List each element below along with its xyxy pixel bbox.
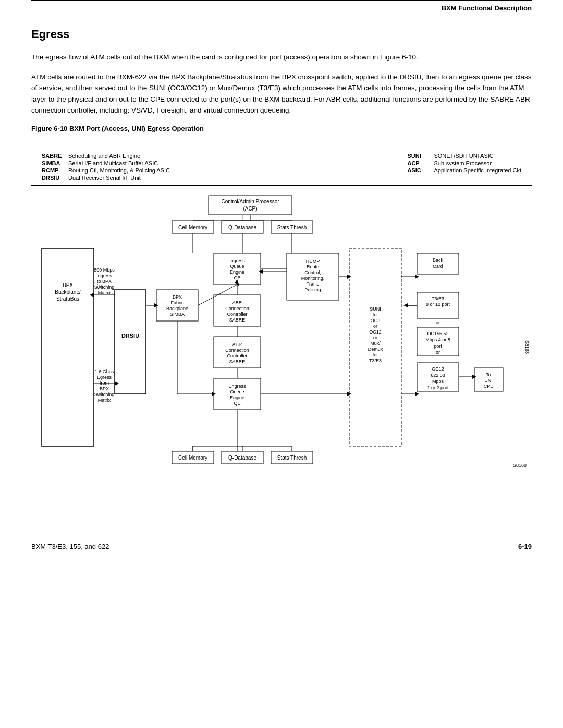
svg-rect-16 xyxy=(42,248,94,446)
svg-text:Policing: Policing xyxy=(304,287,321,292)
svg-marker-101 xyxy=(415,392,419,396)
svg-text:OC12: OC12 xyxy=(432,366,444,372)
svg-text:Mbps 4 or 8: Mbps 4 or 8 xyxy=(425,337,450,342)
svg-text:Controller: Controller xyxy=(227,353,247,359)
svg-text:RCMP: RCMP xyxy=(306,258,320,264)
legend-key: RCMP xyxy=(42,167,65,174)
svg-text:8 or 12 port: 8 or 12 port xyxy=(426,302,450,307)
svg-text:OC3: OC3 xyxy=(371,318,381,323)
svg-text:Queue: Queue xyxy=(230,264,244,269)
svg-text:or: or xyxy=(373,324,377,329)
svg-text:Controller: Controller xyxy=(227,312,247,317)
header: BXM Functional Description xyxy=(31,0,532,12)
legend-row: RCMP Routing Ctl, Monitoring, & Policing… xyxy=(42,167,170,174)
svg-text:for: for xyxy=(373,312,378,317)
svg-text:Fabric: Fabric xyxy=(170,300,184,305)
svg-text:Mux/: Mux/ xyxy=(370,341,381,346)
svg-text:CPE: CPE xyxy=(484,384,494,389)
svg-text:Ingress: Ingress xyxy=(96,273,112,278)
svg-marker-37 xyxy=(115,381,119,386)
para1: The egress flow of ATM cells out of the … xyxy=(31,52,532,63)
legend-val: Scheduling and ABR Engine xyxy=(68,153,140,159)
svg-text:T3/E3: T3/E3 xyxy=(432,296,444,301)
svg-text:from: from xyxy=(100,380,109,386)
svg-text:Stats Thresh: Stats Thresh xyxy=(277,225,307,230)
header-title: BXM Functional Description xyxy=(442,4,532,12)
svg-rect-20 xyxy=(115,290,146,394)
svg-text:Switching: Switching xyxy=(94,285,115,290)
svg-text:BPX: BPX xyxy=(63,282,73,288)
svg-text:ABR: ABR xyxy=(232,342,242,347)
diagram-container: SABRE Scheduling and ABR Engine SIMBA Se… xyxy=(31,143,532,522)
svg-text:Switching: Switching xyxy=(94,392,115,397)
svg-text:SIMBA: SIMBA xyxy=(170,312,185,317)
svg-text:DRSIU: DRSIU xyxy=(121,332,139,339)
svg-text:Connection: Connection xyxy=(225,348,249,353)
svg-text:Backplane/: Backplane/ xyxy=(55,289,81,295)
svg-text:Q-Database: Q-Database xyxy=(228,225,256,230)
svg-text:Backplane: Backplane xyxy=(166,306,188,311)
legend-row: SUNI SONET/SDH UNI ASIC xyxy=(407,153,521,159)
figure-caption: Figure 6-10 BXM Port (Access, UNI) Egres… xyxy=(31,125,532,132)
block-diagram: Control/Admin Processor (ACP) Cell Memor… xyxy=(31,191,532,514)
svg-text:Control/Admin Processor: Control/Admin Processor xyxy=(221,199,279,204)
footer-left: BXM T3/E3, 155, and 622 xyxy=(31,542,109,550)
svg-text:UNI: UNI xyxy=(484,378,493,383)
footer-right: 6-19 xyxy=(518,542,532,550)
svg-text:Control,: Control, xyxy=(304,270,321,275)
svg-text:to BPX: to BPX xyxy=(97,279,112,284)
svg-text:T3/E3: T3/E3 xyxy=(369,358,382,363)
svg-text:OC155.52: OC155.52 xyxy=(427,331,448,336)
legend-val: Dual Receiver Serial I/F Unit xyxy=(68,175,141,181)
svg-text:622.08: 622.08 xyxy=(431,373,445,378)
legend-col2: SUNI SONET/SDH UNI ASIC ACP Sub-system P… xyxy=(407,153,521,181)
section-title: Egress xyxy=(31,28,532,41)
svg-text:Monitoring,: Monitoring, xyxy=(301,276,325,281)
svg-text:Demux: Demux xyxy=(368,347,383,352)
svg-text:Route: Route xyxy=(307,264,319,269)
svg-text:S8168: S8168 xyxy=(513,463,527,468)
svg-text:Cell Memory: Cell Memory xyxy=(178,455,207,461)
svg-marker-109 xyxy=(403,303,408,307)
legend-val: SONET/SDH UNI ASIC xyxy=(434,153,493,159)
svg-text:Queue: Queue xyxy=(230,389,244,394)
svg-text:(ACP): (ACP) xyxy=(243,206,257,212)
svg-text:or: or xyxy=(436,320,440,325)
legend-row: DRSIU Dual Receiver Serial I/F Unit xyxy=(42,175,170,181)
svg-text:port: port xyxy=(434,343,442,349)
footer: BXM T3/E3, 155, and 622 6-19 xyxy=(31,538,532,550)
svg-text:Engress: Engress xyxy=(228,384,246,389)
legend-row: SIMBA Serial I/F and Multicast Buffer AS… xyxy=(42,160,170,166)
svg-text:1.6 Gbps: 1.6 Gbps xyxy=(95,369,114,374)
legend-row: SABRE Scheduling and ABR Engine xyxy=(42,153,170,159)
legend-key: ACP xyxy=(407,160,431,166)
svg-text:QE: QE xyxy=(234,401,240,406)
legend-row: ACP Sub-system Processor xyxy=(407,160,521,166)
svg-text:800 Mbps: 800 Mbps xyxy=(94,267,115,273)
legend-key: DRSIU xyxy=(42,175,65,181)
svg-text:Connection: Connection xyxy=(225,306,249,311)
svg-text:S8168: S8168 xyxy=(524,340,530,354)
svg-text:Egress: Egress xyxy=(97,375,112,380)
svg-marker-97 xyxy=(415,275,419,279)
page: BXM Functional Description Egress The eg… xyxy=(0,0,563,728)
legend-area: SABRE Scheduling and ABR Engine SIMBA Se… xyxy=(31,149,532,186)
svg-text:Stats Thresh: Stats Thresh xyxy=(277,455,307,461)
svg-text:or: or xyxy=(373,335,377,340)
svg-marker-29 xyxy=(90,293,94,297)
legend-val: Routing Ctl, Monitoring, & Policing ASIC xyxy=(68,167,170,174)
svg-text:Mpbs: Mpbs xyxy=(432,379,444,384)
svg-text:StrataBus: StrataBus xyxy=(56,296,79,302)
svg-text:1 or 2 port: 1 or 2 port xyxy=(427,385,449,390)
legend-row: ASIC Application Specific Integrated Ckt xyxy=(407,167,521,174)
legend-val: Serial I/F and Multicast Buffer ASIC xyxy=(68,160,158,166)
svg-text:Ingress: Ingress xyxy=(229,258,245,263)
legend-key: SUNI xyxy=(407,153,431,159)
legend-key: ASIC xyxy=(407,167,431,174)
svg-text:SABRE: SABRE xyxy=(229,317,246,323)
svg-text:BPX: BPX xyxy=(173,294,182,300)
svg-text:BPX: BPX xyxy=(100,386,109,391)
svg-text:Engine: Engine xyxy=(230,269,244,275)
svg-text:Card: Card xyxy=(433,264,443,269)
svg-text:SABRE: SABRE xyxy=(229,359,246,364)
